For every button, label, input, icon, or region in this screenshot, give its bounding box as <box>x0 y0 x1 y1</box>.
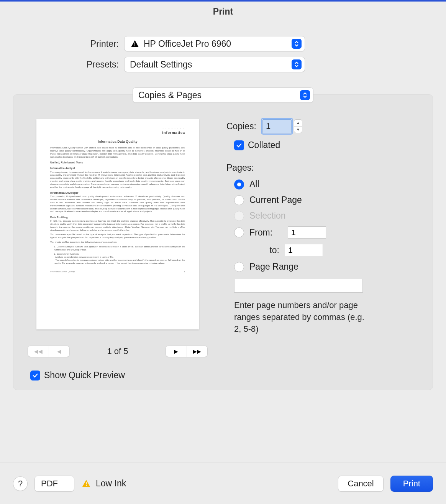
prev-page-button[interactable]: ◀ <box>49 346 69 357</box>
printer-value: HP OfficeJet Pro 6960 <box>144 39 231 49</box>
dialog-title: Print <box>0 0 446 22</box>
stepper-down-icon[interactable]: ▼ <box>294 126 302 133</box>
section-select[interactable]: Copies & Pages <box>133 87 313 103</box>
help-button[interactable]: ? <box>13 476 28 491</box>
pages-from-input[interactable] <box>288 226 326 239</box>
warning-icon <box>130 40 140 48</box>
svg-rect-2 <box>86 482 87 484</box>
collated-label: Collated <box>248 140 280 150</box>
pages-heading: Pages: <box>226 163 416 173</box>
cancel-button[interactable]: Cancel <box>338 476 383 492</box>
next-page-button[interactable]: ▶ <box>166 346 187 357</box>
presets-label: Presets: <box>13 59 124 70</box>
pages-range-label: Page Range <box>249 262 298 272</box>
pages-range-radio[interactable] <box>234 262 244 272</box>
chevron-up-down-icon <box>300 90 310 100</box>
collated-checkbox[interactable] <box>234 140 244 150</box>
pages-selection-radio <box>234 211 244 221</box>
presets-select[interactable]: Default Settings <box>124 57 305 72</box>
pages-all-label: All <box>249 179 259 189</box>
next-page-group[interactable]: ▶ ▶▶ <box>166 346 208 357</box>
pages-selection-label: Selection <box>249 211 286 221</box>
copies-label: Copies: <box>226 121 262 132</box>
last-page-button[interactable]: ▶▶ <box>187 346 207 357</box>
svg-rect-3 <box>86 485 87 486</box>
options-panel: • • • • • • • •informatica Informatica D… <box>13 94 433 390</box>
pages-to-label: to: <box>256 245 279 255</box>
svg-rect-0 <box>134 42 135 44</box>
first-page-button[interactable]: ◀◀ <box>28 346 49 357</box>
low-ink-label: Low Ink <box>96 478 126 489</box>
page-preview: • • • • • • • •informatica Informatica D… <box>36 119 199 329</box>
prev-page-group[interactable]: ◀◀ ◀ <box>28 346 70 357</box>
page-range-input[interactable] <box>234 279 363 293</box>
section-value: Copies & Pages <box>138 90 202 100</box>
chevron-up-down-icon <box>292 59 302 69</box>
pages-current-radio[interactable] <box>234 195 244 205</box>
chevron-up-down-icon <box>292 39 302 49</box>
low-ink-warning-icon <box>81 479 91 488</box>
pages-from-radio[interactable] <box>234 227 244 237</box>
pdf-menu-button[interactable]: PDF <box>34 476 74 492</box>
show-quick-preview-checkbox[interactable] <box>30 371 40 380</box>
copies-input[interactable] <box>262 119 292 133</box>
presets-value: Default Settings <box>130 59 192 70</box>
print-button[interactable]: Print <box>390 476 433 492</box>
page-indicator: 1 of 5 <box>107 346 128 356</box>
svg-rect-1 <box>134 45 135 46</box>
show-quick-preview-label: Show Quick Preview <box>44 370 125 380</box>
page-range-hint: Enter page numbers and/or page ranges se… <box>226 300 364 335</box>
pages-current-label: Current Page <box>249 195 302 205</box>
printer-label: Printer: <box>13 39 124 49</box>
pages-all-radio[interactable] <box>234 180 244 189</box>
printer-select[interactable]: HP OfficeJet Pro 6960 <box>124 36 305 51</box>
chevron-down-icon <box>62 479 71 488</box>
pages-to-input[interactable] <box>285 244 323 256</box>
pdf-label: PDF <box>41 479 58 489</box>
copies-stepper[interactable]: ▲ ▼ <box>294 119 302 133</box>
pages-from-label: From: <box>249 227 282 238</box>
stepper-up-icon[interactable]: ▲ <box>294 120 302 126</box>
